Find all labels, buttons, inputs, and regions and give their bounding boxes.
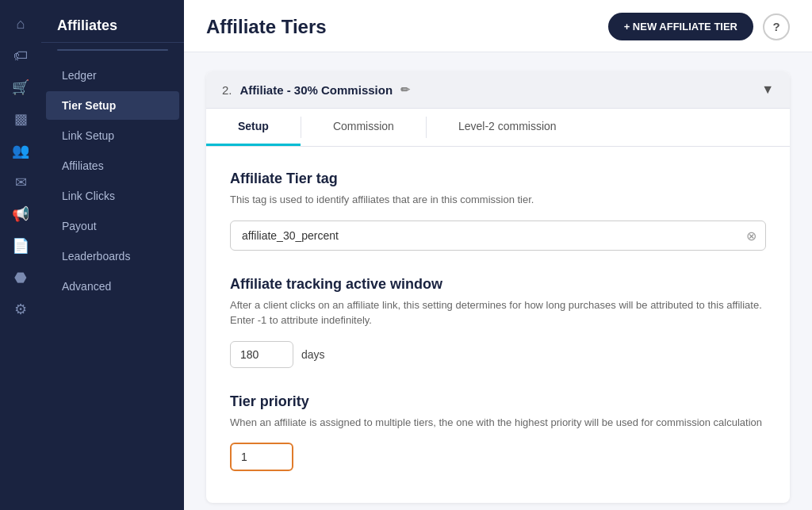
chevron-down-icon[interactable]: ▼ (761, 82, 774, 97)
sidebar-item-advanced[interactable]: Advanced (46, 272, 179, 301)
sidebar-title: Affiliates (41, 0, 184, 43)
tab-level2-commission[interactable]: Level-2 commission (427, 109, 588, 146)
sidebar-item-affiliates[interactable]: Affiliates (46, 151, 179, 180)
sidebar-item-ledger[interactable]: Ledger (46, 61, 179, 90)
tag-input-wrapper: ⊗ (230, 220, 766, 251)
days-input[interactable] (230, 341, 293, 368)
section-window: Affiliate tracking active window After a… (230, 276, 766, 368)
tab-bar: Setup Commission Level-2 commission (206, 109, 790, 147)
sidebar-item-link-setup[interactable]: Link Setup (46, 121, 179, 150)
nodes-icon[interactable]: ⬣ (6, 263, 35, 292)
main-content: 2. Affiliate - 30% Commission ✏ ▼ Setup … (184, 52, 812, 510)
settings-icon[interactable]: ⚙ (6, 295, 35, 324)
mail-icon[interactable]: ✉ (6, 168, 35, 197)
tab-commission[interactable]: Commission (301, 109, 426, 146)
section-tag: Affiliate Tier tag This tag is used to i… (230, 171, 766, 251)
chart-icon[interactable]: ▩ (6, 105, 35, 133)
priority-input[interactable] (230, 443, 293, 471)
main-header: Affiliate Tiers + NEW AFFILIATE TIER ? (184, 0, 812, 52)
header-actions: + NEW AFFILIATE TIER ? (608, 13, 790, 40)
days-input-row: days (230, 341, 766, 368)
priority-description: When an affiliate is assigned to multipl… (230, 415, 766, 431)
sidebar-item-leaderboards[interactable]: Leaderboards (46, 242, 179, 270)
window-title: Affiliate tracking active window (230, 276, 766, 293)
help-button[interactable]: ? (763, 13, 790, 40)
tag-input[interactable] (230, 220, 766, 251)
document-icon[interactable]: 📄 (6, 232, 35, 260)
sidebar-item-link-clicks[interactable]: Link Clicks (46, 182, 179, 210)
tier-content: Affiliate Tier tag This tag is used to i… (206, 147, 790, 503)
sidebar-divider (57, 49, 168, 51)
days-label: days (301, 348, 325, 361)
section-priority: Tier priority When an affiliate is assig… (230, 393, 766, 472)
sidebar-item-payout[interactable]: Payout (46, 212, 179, 240)
main-area: Affiliate Tiers + NEW AFFILIATE TIER ? 2… (184, 0, 812, 510)
edit-icon[interactable]: ✏ (400, 83, 410, 96)
tier-header: 2. Affiliate - 30% Commission ✏ ▼ (206, 71, 790, 109)
home-icon[interactable]: ⌂ (6, 10, 35, 38)
new-affiliate-tier-button[interactable]: + NEW AFFILIATE TIER (608, 13, 753, 40)
tier-number: 2. (222, 83, 232, 97)
cart-icon[interactable]: 🛒 (6, 73, 35, 102)
tag-description: This tag is used to identify affiliates … (230, 192, 766, 208)
people-icon[interactable]: 👥 (6, 136, 35, 165)
tag-title: Affiliate Tier tag (230, 171, 766, 187)
tab-setup[interactable]: Setup (206, 109, 301, 146)
tier-card: 2. Affiliate - 30% Commission ✏ ▼ Setup … (206, 71, 790, 503)
clear-icon[interactable]: ⊗ (746, 228, 756, 243)
sidebar: Affiliates Ledger Tier Setup Link Setup … (41, 0, 184, 510)
window-description: After a client clicks on an affiliate li… (230, 297, 766, 328)
tier-header-left: 2. Affiliate - 30% Commission ✏ (222, 83, 410, 97)
page-title: Affiliate Tiers (206, 16, 327, 38)
sidebar-item-tier-setup[interactable]: Tier Setup (46, 91, 179, 120)
priority-title: Tier priority (230, 393, 766, 410)
megaphone-icon[interactable]: 📢 (6, 200, 35, 228)
icon-rail: ⌂ 🏷 🛒 ▩ 👥 ✉ 📢 📄 ⬣ ⚙ (0, 0, 41, 510)
tag-icon[interactable]: 🏷 (6, 41, 35, 70)
tier-name: Affiliate - 30% Commission (240, 83, 393, 97)
